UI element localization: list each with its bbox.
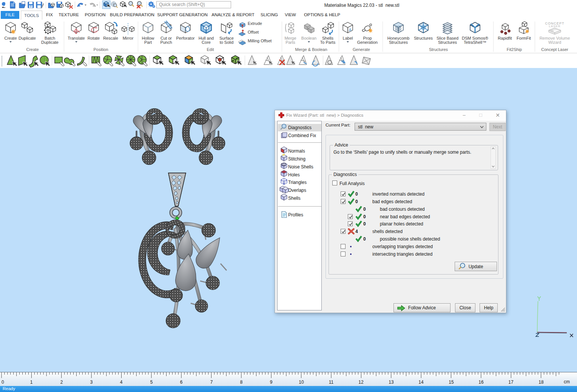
svg-text:9: 9 — [270, 380, 273, 385]
svg-text:13: 13 — [389, 380, 394, 385]
svg-text:14: 14 — [418, 380, 424, 385]
svg-text:16: 16 — [478, 380, 484, 385]
svg-text:3: 3 — [90, 380, 93, 385]
svg-text:15: 15 — [449, 380, 454, 385]
svg-text:1: 1 — [30, 380, 33, 385]
svg-text:7: 7 — [210, 380, 213, 385]
svg-text:17: 17 — [508, 380, 514, 385]
svg-text:4: 4 — [120, 380, 123, 385]
svg-text:6: 6 — [180, 380, 183, 385]
svg-text:5: 5 — [150, 380, 153, 385]
svg-text:12: 12 — [358, 380, 364, 385]
svg-text:11: 11 — [329, 380, 334, 385]
svg-text:8: 8 — [240, 380, 243, 385]
svg-text:10: 10 — [299, 380, 304, 385]
svg-text:Extrude: Extrude — [248, 21, 262, 26]
svg-text:A: A — [349, 28, 352, 32]
svg-text:Offset: Offset — [248, 30, 259, 34]
svg-text:18: 18 — [538, 380, 544, 385]
svg-text:0: 0 — [2, 380, 4, 385]
svg-text:cm: cm — [564, 379, 570, 384]
svg-text:2: 2 — [60, 380, 63, 385]
